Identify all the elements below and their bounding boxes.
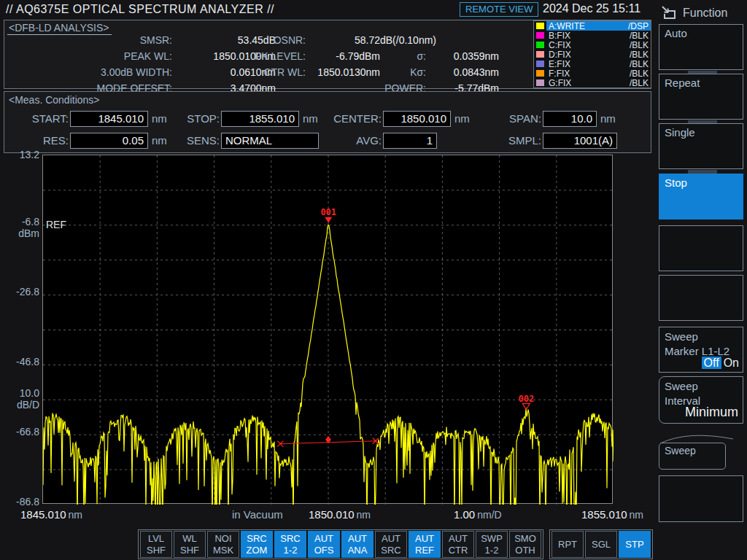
trace-row-c[interactable]: C:FIX/BLK (534, 40, 651, 50)
res-input[interactable]: 0.05 (70, 133, 148, 149)
softkey-auto[interactable]: Auto (659, 24, 743, 70)
x-axis-labels: 1845.010nm in Vacuum 1850.010nm 1.00nm/D… (0, 508, 654, 523)
y-tick-46: -46.8 (0, 356, 39, 368)
button-stp[interactable]: STP (619, 531, 651, 558)
softkey-blank-3[interactable] (659, 475, 743, 522)
function-header: Function (660, 4, 727, 22)
span-unit: nm (600, 112, 616, 125)
vacuum-indicator: in Vacuum (232, 508, 283, 521)
function-sidebar: Function Auto Repeat Single Stop Sweep M… (654, 0, 747, 560)
function-header-label: Function (683, 7, 727, 20)
softkey-single[interactable]: Single (659, 123, 743, 169)
start-input[interactable]: 1845.010 (70, 111, 148, 127)
button-aut-ana[interactable]: AUTANA (341, 531, 374, 558)
button-src-1-2[interactable]: SRC1-2 (274, 531, 306, 558)
trace-row-d[interactable]: D:FIX/BLK (534, 50, 651, 59)
trace-c-label: C:FIX (549, 40, 630, 50)
button-rpt[interactable]: RPT (551, 531, 584, 558)
sweep-group-arc (659, 429, 735, 443)
trace-b-label: B:FIX (549, 31, 630, 41)
x-tick-center: 1850.010nm (309, 508, 371, 521)
x-tick-right: 1855.010nm (581, 508, 643, 521)
button-aut-ref[interactable]: AUTREF (409, 531, 441, 558)
softkey-stop[interactable]: Stop (659, 174, 743, 219)
sweep-group-label: Sweep (659, 443, 726, 470)
sens-label: SENS: (158, 134, 220, 147)
trace-a-mode: /DSP (628, 21, 649, 31)
toolbar-group-functions: LVLSHF WLSHF NOIMSK SRCZOM SRC1-2 AUTOFS… (138, 529, 543, 559)
softkey-blank-1[interactable] (659, 225, 743, 271)
trace-b-mode: /BLK (630, 31, 649, 41)
res-label: RES: (8, 134, 69, 147)
button-wl-shf[interactable]: WLSHF (174, 531, 206, 558)
smpl-input[interactable]: 1001(A) (543, 133, 617, 149)
trace-g-swatch (536, 79, 544, 86)
trace-c-swatch (536, 42, 544, 48)
page-title: // AQ6375E OPTICAL SPECTRUM ANALYZER // (6, 3, 274, 16)
trace-row-g[interactable]: G:FIX/BLK (534, 78, 651, 88)
trace-row-f[interactable]: F:FIX/BLK (534, 69, 651, 78)
sens-input[interactable]: NORMAL (221, 133, 319, 149)
button-aut-ofs[interactable]: AUTOFS (308, 531, 340, 558)
width-3db-label: 3.00dB WIDTH: (18, 66, 172, 78)
remote-view-badge: REMOTE VIEW (460, 2, 538, 17)
trace-a-label: A:WRITE (549, 21, 628, 31)
conditions-heading: <Meas. Conditions> (9, 94, 100, 106)
stop-input[interactable]: 1855.010 (221, 111, 299, 127)
svg-text:001: 001 (320, 207, 336, 217)
span-input[interactable]: 10.0 (543, 111, 597, 127)
avg-input[interactable]: 1 (383, 133, 437, 149)
trace-f-swatch (536, 70, 544, 77)
trace-legend: A:WRITE/DSP B:FIX/BLK C:FIX/BLK D:FIX/BL… (533, 20, 651, 88)
button-aut-src[interactable]: AUTSRC (375, 531, 407, 558)
trace-g-mode: /BLK (630, 78, 649, 88)
button-aut-ctr[interactable]: AUTCTR (442, 531, 474, 558)
softkey-sweep-interval[interactable]: Sweep Interval Minimum (659, 376, 743, 424)
start-label: START: (8, 112, 69, 125)
x-tick-left: 1845.010nm (20, 508, 82, 521)
y-ref-unit: dBm (0, 228, 39, 239)
button-src-zom[interactable]: SRCZOM (241, 531, 273, 558)
osnr-value: 58.72dB(/0.10nm) (313, 34, 436, 46)
button-sgl[interactable]: SGL (585, 531, 617, 558)
sweep-marker-line1: Sweep (665, 330, 738, 344)
trace-row-e[interactable]: E:FIX/BLK (534, 59, 651, 69)
button-smo-oth[interactable]: SMOOTH (509, 531, 541, 558)
button-noi-msk[interactable]: NOIMSK (207, 531, 239, 558)
function-pointer-icon (660, 4, 678, 22)
trace-row-a[interactable]: A:WRITE/DSP (534, 21, 651, 31)
spectrum-chart-section: 13.2 -6.8 dBm -26.8 -46.8 10.0 dB/D -66.… (0, 149, 654, 525)
osnr-label: OSNR: (212, 34, 306, 46)
smsr-label: SMSR: (18, 34, 172, 46)
y-tick-26: -26.8 (0, 286, 39, 298)
softkey-sweep-marker[interactable]: Sweep Marker L1-L2 OffOn (659, 327, 743, 373)
toggle-off[interactable]: Off (702, 357, 721, 369)
dfb-ld-analysis-panel: <DFB-LD ANALYSIS> SMSR: 53.45dB OSNR: 58… (4, 20, 651, 89)
smpl-label: SMPL: (482, 134, 541, 147)
button-lvl-shf[interactable]: LVLSHF (140, 531, 172, 558)
spectrum-plot-area[interactable]: REF 001 002 (42, 155, 613, 504)
softkey-blank-2[interactable] (659, 275, 743, 321)
center-input[interactable]: 1850.010 (383, 111, 451, 127)
toolbar-group-sweep: RPT SGL STP (549, 529, 653, 559)
osa-remote-view-window: // AQ6375E OPTICAL SPECTRUM ANALYZER // … (0, 0, 747, 560)
y-scale-value: 10.0 (0, 387, 39, 399)
y-tick-bottom: -86.8 (0, 496, 39, 508)
k-sigma-value: 0.0843nm (432, 66, 499, 78)
analysis-heading: <DFB-LD ANALYSIS> (7, 22, 112, 35)
y-ref-value: -6.8 (0, 216, 39, 228)
center-unit: nm (454, 112, 470, 125)
button-swp-1-2[interactable]: SWP1-2 (476, 531, 508, 558)
toggle-on[interactable]: On (724, 357, 739, 369)
y-tick-66: -66.8 (0, 426, 39, 438)
peak-wl-label: PEAK WL: (18, 50, 172, 62)
sigma-value: 0.0359nm (432, 50, 499, 62)
sweep-interval-value: Minimum (685, 405, 738, 420)
trace-c-mode: /BLK (630, 40, 649, 50)
trace-d-swatch (536, 51, 544, 58)
trace-e-label: E:FIX (549, 59, 630, 69)
trace-g-label: G:FIX (549, 78, 630, 88)
trace-row-b[interactable]: B:FIX/BLK (534, 31, 651, 40)
spectrum-trace-svg: 001 002 (43, 155, 614, 505)
softkey-repeat[interactable]: Repeat (659, 74, 743, 120)
